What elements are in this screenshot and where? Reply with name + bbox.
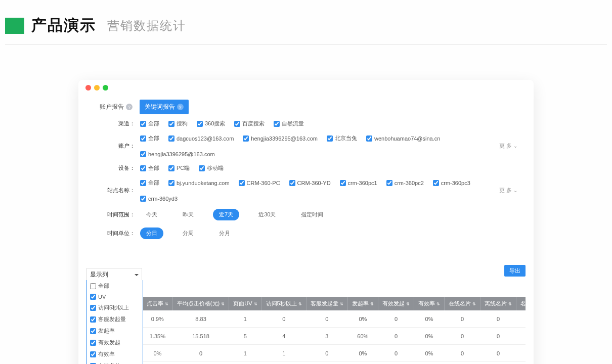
time-option[interactable]: 今天 [140,209,163,220]
checkbox-input[interactable] [140,196,146,202]
checkbox-input[interactable] [140,180,146,186]
checkbox-input[interactable] [234,121,240,127]
checkbox-input[interactable] [90,351,96,357]
tab-keyword-report[interactable]: 关键词报告 ? [140,100,189,114]
checkbox-input[interactable] [366,135,372,142]
table-header-cell[interactable]: 有效发起 ⇅ [378,297,414,310]
help-icon[interactable]: ? [126,104,133,110]
filter-option[interactable]: dagcuos123@163.com [168,134,234,142]
close-icon[interactable] [85,85,91,90]
time-option[interactable]: 昨天 [177,209,200,220]
checkbox-input[interactable] [274,121,280,127]
display-column-dropdown: 全部UV访问5秒以上客服发起量发起率有效发起有效率在线名片离线名片名片索取率有效… [86,280,143,364]
filter-option[interactable]: 全部 [140,120,159,127]
time-option[interactable]: 分日 [140,228,163,239]
filter-option[interactable]: hengjia3396295@163.com [140,151,215,157]
table-cell: 0 [261,310,306,328]
checkbox-input[interactable] [140,135,146,142]
filter-option[interactable]: 360搜索 [197,120,225,127]
filter-option[interactable]: 搜狗 [168,120,188,127]
filter-option[interactable]: CRM-360-YD [289,179,331,187]
checkbox-input[interactable] [90,294,96,300]
checkbox-input[interactable] [433,180,439,186]
filter-option[interactable]: hengjia3396295@163.com [243,134,318,142]
tab-label: 关键词报告 [145,103,175,111]
checkbox-input[interactable] [90,328,96,334]
table-header-cell[interactable]: 客服发起量 ⇅ [306,297,347,310]
page-subtitle: 营销数据统计 [107,18,186,34]
filter-option[interactable]: CRM-360-PC [239,179,280,187]
export-button[interactable]: 导出 [504,265,526,277]
checkbox-input[interactable] [327,135,333,142]
table-header-cell[interactable]: 页面UV ⇅ [229,297,261,310]
column-option[interactable]: 发起率 [87,325,143,337]
filter-option[interactable]: crm-360pc1 [340,179,377,187]
column-option[interactable]: UV [87,292,143,302]
checkbox-input[interactable] [168,180,174,186]
minimize-icon[interactable] [94,85,100,90]
column-option[interactable]: 客服发起量 [87,313,143,325]
filter-option[interactable]: wenbohuamao74@sina.cn [366,134,440,142]
checkbox-input[interactable] [386,180,392,186]
checkbox-input[interactable] [90,316,96,323]
table-cell: 8.83 [172,310,229,328]
checkbox-input[interactable] [90,283,96,289]
checkbox-input[interactable] [197,121,203,127]
help-icon[interactable]: ? [177,104,184,110]
column-option[interactable]: 有效发起 [87,337,143,348]
filter-option[interactable]: crm-360pc3 [433,179,470,187]
column-option[interactable]: 访问5秒以上 [87,302,143,313]
table-cell: 1.35% [142,328,172,345]
more-link[interactable]: 更 多 [499,187,517,194]
table-header-cell[interactable]: 在线名片 ⇅ [445,297,480,310]
table-header-cell[interactable]: 访问5秒以上 ⇅ [261,297,306,310]
filter-option[interactable]: bj.yunduoketang.com [168,179,230,187]
checkbox-input[interactable] [168,165,174,171]
table-header-cell[interactable]: 有效率 ⇅ [414,297,444,310]
column-option[interactable]: 在线名片 [87,360,143,364]
time-option[interactable]: 指定时间 [295,209,329,220]
checkbox-input[interactable] [168,121,174,127]
checkbox-input[interactable] [239,180,245,186]
table-header-cell[interactable]: 发起率 ⇅ [347,297,378,310]
column-option[interactable]: 有效率 [87,348,143,360]
checkbox-input[interactable] [289,180,295,186]
table-cell: 0% [516,328,526,345]
filter-option[interactable]: crm-360yd3 [140,196,178,202]
filter-option[interactable]: PC端 [168,164,190,172]
filter-option[interactable]: 移动端 [199,164,224,172]
checkbox-input[interactable] [140,121,146,127]
checkbox-input[interactable] [340,180,346,186]
tab-account-report[interactable]: 账户报告 ? [95,100,138,114]
table-header-cell[interactable]: 名片索取率 ⇅ [516,297,526,310]
table-header-cell[interactable]: 平均点击价格(元) ⇅ [172,297,229,310]
checkbox-input[interactable] [243,135,249,142]
filter-option[interactable]: 全部 [140,179,159,187]
filter-option[interactable]: crm-360pc2 [386,179,424,187]
table-cell: 0% [414,310,444,328]
time-option[interactable]: 近30天 [252,209,282,220]
filter-option[interactable]: 北京当兔 [327,134,357,142]
checkbox-input[interactable] [199,165,205,171]
checkbox-input[interactable] [140,151,146,157]
table-cell: 0% [516,345,526,362]
checkbox-input[interactable] [168,135,174,142]
display-column-select[interactable]: 显示列 [86,268,142,282]
filter-option[interactable]: 全部 [140,134,159,142]
checkbox-input[interactable] [90,340,96,346]
table-header-cell[interactable]: 离线名片 ⇅ [480,297,516,310]
checkbox-input[interactable] [140,165,146,171]
time-option[interactable]: 分周 [177,228,200,239]
filter-option[interactable]: 百度搜索 [234,120,265,127]
table-header-cell[interactable]: 点击率 ⇅ [142,297,172,310]
more-link[interactable]: 更 多 [499,142,517,150]
column-option[interactable]: 全部 [87,280,143,292]
time-option[interactable]: 分月 [213,228,236,239]
maximize-icon[interactable] [103,85,108,90]
time-option[interactable]: 近7天 [213,209,239,220]
checkbox-input[interactable] [90,305,96,311]
filter-option-label: hengjia3396295@163.com [251,135,318,142]
filter-option[interactable]: 全部 [140,164,159,172]
filter-option[interactable]: 自然流量 [274,120,304,127]
filter-row-device: 设备： 全部PC端移动端 [86,161,526,175]
